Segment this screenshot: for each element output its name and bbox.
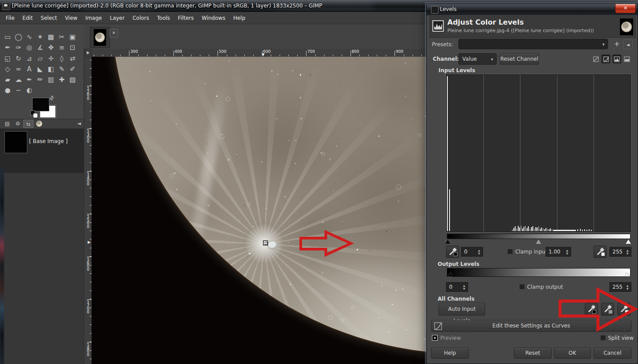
input-gamma-slider[interactable] <box>536 239 541 244</box>
tool-clone-icon[interactable]: ▥ <box>45 74 56 85</box>
all-pick-black-button[interactable] <box>585 303 598 316</box>
pick-black-point-button[interactable] <box>446 246 459 258</box>
menu-edit[interactable]: Edit <box>18 13 37 23</box>
dock-tab-device-status[interactable]: ⚙ <box>13 120 23 128</box>
tool-gradient-icon[interactable]: ◧ <box>45 64 56 74</box>
tool-free-select-icon[interactable]: ∿ <box>24 32 35 42</box>
output-low-spinner[interactable]: 0▲▼ <box>446 282 468 292</box>
tool-scale-icon[interactable]: ⊿ <box>24 53 35 64</box>
tool-eraser-icon[interactable]: ▰ <box>2 74 13 85</box>
tool-pencil-icon[interactable]: ✎ <box>56 64 67 74</box>
preview-checkbox[interactable]: ✕ <box>432 335 438 341</box>
help-button[interactable]: Help <box>431 347 469 359</box>
menu-filters[interactable]: Filters <box>174 13 198 23</box>
tool-measure-icon[interactable]: ∡ <box>35 42 46 53</box>
cancel-button[interactable]: Cancel <box>594 347 631 359</box>
tool-mypaint-brush-icon[interactable]: ✏ <box>35 74 46 85</box>
ok-button[interactable]: OK <box>554 347 591 359</box>
clamp-input-checkbox[interactable] <box>507 249 513 254</box>
tool-rectangle-select-icon[interactable]: ▭ <box>2 32 13 42</box>
tool-smudge-icon[interactable]: ∽ <box>13 85 24 96</box>
tool-ellipse-select-icon[interactable]: ◯ <box>13 32 24 42</box>
tool-heal-icon[interactable]: ✚ <box>56 74 67 85</box>
levels-dialog-titlebar[interactable]: Levels ✕ <box>427 4 638 15</box>
menu-layer[interactable]: Layer <box>106 13 128 23</box>
presets-menu-button[interactable]: ◄ <box>623 40 633 49</box>
tool-bucket-fill-icon[interactable]: ◣ <box>35 64 46 74</box>
reset-channel-button[interactable]: Reset Channel <box>500 53 539 65</box>
all-pick-white-button[interactable] <box>617 303 631 316</box>
input-low-spinner[interactable]: 0▲▼ <box>461 247 483 257</box>
tool-scissors-select-icon[interactable]: ✂ <box>56 32 67 42</box>
histogram-log-icon[interactable] <box>623 55 631 63</box>
menu-colors[interactable]: Colors <box>129 13 153 23</box>
tool-paintbrush-icon[interactable]: ✐ <box>67 64 78 74</box>
undo-base-image-thumbnail[interactable] <box>4 131 27 153</box>
tool-dodge-burn-icon[interactable]: ◐ <box>24 85 35 96</box>
menu-select[interactable]: Select <box>37 13 61 23</box>
dock-tab-undo-history[interactable]: ⇆ <box>23 120 33 128</box>
ruler-corner-button[interactable]: ▶ <box>85 49 91 56</box>
tool-unified-transform-icon[interactable]: ◱ <box>2 53 13 64</box>
split-view-checkbox[interactable] <box>600 335 606 341</box>
tool-rotate-icon[interactable]: ↻ <box>13 53 24 64</box>
input-white-slider[interactable] <box>626 239 631 244</box>
menu-image[interactable]: Image <box>81 13 106 23</box>
output-high-spinner[interactable]: 255▲▼ <box>609 282 631 292</box>
menu-view[interactable]: View <box>61 13 81 23</box>
vertical-ruler[interactable]: 1 2 0 01 3 0 01 4 0 01 5 0 01 6 0 01 7 0… <box>85 57 92 364</box>
menu-help[interactable]: Help <box>229 13 249 23</box>
reset-button[interactable]: Reset <box>514 347 552 359</box>
tool-warp-transform-icon[interactable]: ≈ <box>13 64 24 74</box>
pick-white-point-button[interactable] <box>594 246 607 258</box>
undo-history-item[interactable]: [ Base Image ] <box>29 138 68 144</box>
tool-crop-icon[interactable]: ⊡ <box>67 42 78 53</box>
channel-dropdown[interactable]: Value ▾ <box>458 53 497 65</box>
tool-color-picker-icon[interactable]: ✑ <box>13 42 24 53</box>
all-pick-gray-button[interactable] <box>601 303 614 316</box>
tool-perspective-clone-icon[interactable]: ▨ <box>67 74 78 85</box>
input-black-slider[interactable] <box>445 239 450 244</box>
linear-toggle-icon[interactable] <box>591 55 600 63</box>
auto-input-levels-button[interactable]: Auto Input Levels <box>439 303 485 316</box>
dock-collapse-icon[interactable]: ◄ <box>77 121 81 126</box>
tool-fuzzy-select-icon[interactable]: ✶ <box>35 32 46 42</box>
perceptual-toggle-icon[interactable] <box>601 55 610 63</box>
histogram-linear-icon[interactable] <box>612 55 621 63</box>
output-black-slider[interactable] <box>448 272 451 276</box>
close-button[interactable]: ✕ <box>615 4 636 13</box>
clamp-output-checkbox[interactable] <box>519 284 525 290</box>
menu-windows[interactable]: Windows <box>198 13 229 23</box>
tool-ink-icon[interactable]: ✒ <box>24 74 35 85</box>
gamma-spinner[interactable]: 1.00▲▼ <box>546 247 571 257</box>
tool-shear-icon[interactable]: ▱ <box>35 53 46 64</box>
dock-tab-tool-options[interactable]: ▤ <box>2 120 12 128</box>
tool-paths-icon[interactable]: ✒ <box>2 42 13 53</box>
input-high-spinner[interactable]: 255▲▼ <box>609 247 631 257</box>
default-colors-icon[interactable] <box>33 113 38 118</box>
tool-perspective-icon[interactable]: ◊ <box>56 53 67 64</box>
tool-zoom-icon[interactable]: ◎ <box>24 42 35 53</box>
tool-move-icon[interactable]: ✥ <box>45 42 56 53</box>
tool-foreground-select-icon[interactable]: ▣ <box>67 32 78 42</box>
image-tab-close-icon[interactable]: ✕ <box>110 29 118 37</box>
image-canvas[interactable] <box>92 57 426 364</box>
dock-tab-image-thumbnail[interactable] <box>34 120 44 128</box>
add-preset-button[interactable]: + <box>612 40 621 48</box>
tool-cage-transform-icon[interactable]: ◇ <box>2 64 13 74</box>
output-white-slider[interactable] <box>626 272 630 276</box>
menu-tools[interactable]: Tools <box>153 13 174 23</box>
image-tab[interactable] <box>90 27 110 48</box>
horizontal-ruler[interactable]: 300400500600700800900 <box>92 49 426 57</box>
presets-dropdown[interactable]: ▾ <box>458 39 608 49</box>
tool-airbrush-icon[interactable]: ☁ <box>13 74 24 85</box>
tool-handle-transform-icon[interactable]: ✛ <box>45 53 56 64</box>
foreground-color-swatch[interactable] <box>33 98 49 111</box>
tool-align-icon[interactable]: ≡ <box>56 42 67 53</box>
edit-as-curves-button[interactable]: Edit these Settings as Curves <box>431 320 631 332</box>
tool-flip-icon[interactable]: ⇄ <box>67 53 78 64</box>
tool-select-by-color-icon[interactable]: ▩ <box>45 32 56 42</box>
tool-text-icon[interactable]: A <box>24 64 35 74</box>
menu-file[interactable]: File <box>2 13 18 23</box>
tool-blur-sharpen-icon[interactable]: ● <box>2 85 13 96</box>
